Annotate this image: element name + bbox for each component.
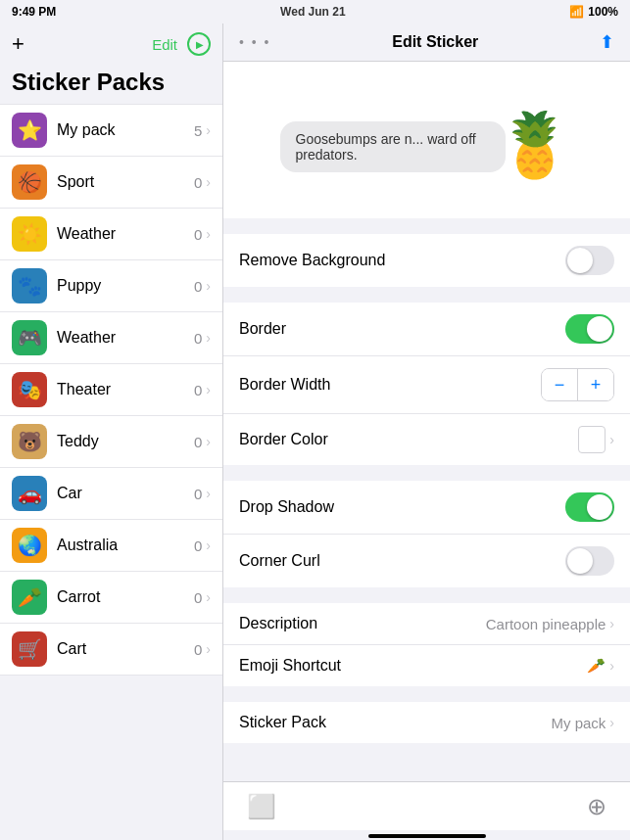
list-item[interactable]: 🛒Cart0› — [0, 624, 222, 676]
remove-background-toggle[interactable] — [565, 246, 614, 275]
status-date: Wed Jun 21 — [280, 5, 345, 19]
pack-count: 0 — [194, 330, 202, 347]
pack-count: 5 — [194, 122, 202, 139]
pack-icon: 🎭 — [12, 372, 47, 407]
share-icon[interactable]: ⬆ — [600, 31, 614, 53]
toggle-thumb — [587, 494, 612, 520]
status-time: 9:49 PM — [12, 5, 56, 19]
sticker-pack-row[interactable]: Sticker Pack My pack › — [223, 702, 630, 743]
pack-icon: ☀️ — [12, 216, 47, 252]
add-pack-button[interactable]: + — [12, 31, 24, 57]
description-chevron: › — [609, 616, 614, 631]
pack-chevron: › — [206, 641, 211, 657]
emoji-shortcut-label: Emoji Shortcut — [239, 657, 587, 675]
pack-name: Puppy — [57, 277, 194, 295]
pack-icon: 🐾 — [12, 268, 47, 303]
sidebar: + Edit Sticker Packs ⭐My pack5›🏀Sport0›☀… — [0, 23, 223, 840]
pack-icon: 🎮 — [12, 320, 47, 355]
list-item[interactable]: 🐾Puppy0› — [0, 260, 222, 312]
pack-icon: 🏀 — [12, 164, 47, 200]
list-item[interactable]: 🐻Teddy0› — [0, 416, 222, 468]
sticker-pack-value: My pack — [551, 715, 606, 731]
emoji-shortcut-chevron: › — [609, 658, 614, 674]
drop-shadow-label: Drop Shadow — [239, 498, 565, 516]
pack-name: Carrot — [57, 588, 194, 606]
sticker-caption: Goosebumps are n... ward off predators. — [296, 131, 476, 163]
battery-label: 100% — [588, 5, 618, 19]
corner-curl-toggle[interactable] — [565, 546, 614, 576]
pack-name: Weather — [57, 225, 194, 243]
pack-count: 0 — [194, 486, 202, 502]
section-remove-bg: Remove Background — [223, 234, 630, 287]
list-item[interactable]: 🥕Carrot0› — [0, 572, 222, 624]
sidebar-actions: Edit — [152, 32, 211, 56]
toggle-thumb — [567, 548, 593, 574]
main-layout: + Edit Sticker Packs ⭐My pack5›🏀Sport0›☀… — [0, 23, 630, 840]
sidebar-header: + Edit — [0, 23, 222, 65]
bottom-right-icon[interactable]: ⊕ — [587, 793, 606, 820]
list-item[interactable]: ⭐My pack5› — [0, 104, 222, 157]
pack-chevron: › — [206, 226, 211, 242]
sidebar-list: ⭐My pack5›🏀Sport0›☀️Weather0›🐾Puppy0›🎮We… — [0, 104, 222, 840]
list-item[interactable]: 🎭Theater0› — [0, 364, 222, 416]
border-row: Border — [223, 303, 630, 356]
list-item[interactable]: 🚗Car0› — [0, 468, 222, 520]
list-item[interactable]: 🌏Australia0› — [0, 520, 222, 572]
border-width-label: Border Width — [239, 376, 541, 394]
play-button[interactable] — [187, 32, 211, 56]
pack-name: Weather — [57, 329, 194, 347]
stepper-plus-button[interactable]: + — [578, 369, 613, 400]
stepper-minus-button[interactable]: − — [542, 369, 577, 400]
bottom-left-icon[interactable]: ⬜ — [247, 793, 276, 820]
sticker-preview: Goosebumps are n... ward off predators. … — [223, 62, 630, 218]
pack-icon: 🌏 — [12, 528, 47, 563]
list-item[interactable]: 🎮Weather0› — [0, 312, 222, 364]
pack-chevron: › — [206, 382, 211, 397]
pack-name: Teddy — [57, 433, 194, 450]
emoji-shortcut-row[interactable]: Emoji Shortcut 🥕 › — [223, 645, 630, 686]
border-label: Border — [239, 320, 565, 338]
list-item[interactable]: ☀️Weather0› — [0, 209, 222, 260]
pack-count: 0 — [194, 589, 202, 606]
section-border: Border Border Width − + Border Color — [223, 303, 630, 465]
border-color-label: Border Color — [239, 431, 578, 448]
border-toggle[interactable] — [565, 314, 614, 344]
list-item[interactable]: 🏀Sport0› — [0, 157, 222, 209]
pack-chevron: › — [206, 434, 211, 449]
home-indicator — [368, 834, 486, 838]
settings-container: Remove Background Border Border Width — [223, 218, 630, 781]
pack-name: Car — [57, 485, 194, 502]
drop-shadow-toggle[interactable] — [565, 492, 614, 522]
sticker-pack-chevron: › — [609, 715, 614, 730]
right-panel: • • • Edit Sticker ⬆ Goosebumps are n...… — [223, 23, 630, 840]
wifi-icon: 📶 — [569, 5, 584, 19]
description-label: Description — [239, 615, 486, 632]
speech-bubble: Goosebumps are n... ward off predators. — [280, 121, 506, 172]
border-color-swatch[interactable] — [578, 426, 606, 453]
right-header: • • • Edit Sticker ⬆ — [223, 23, 630, 62]
pack-icon: 🛒 — [12, 631, 47, 667]
drop-shadow-row: Drop Shadow — [223, 481, 630, 535]
border-color-row[interactable]: Border Color › — [223, 414, 630, 465]
section-shadow: Drop Shadow Corner Curl — [223, 481, 630, 587]
description-row[interactable]: Description Cartoon pineapple › — [223, 603, 630, 645]
remove-bg-label: Remove Background — [239, 252, 565, 269]
pack-name: Sport — [57, 173, 194, 191]
border-width-stepper[interactable]: − + — [541, 368, 614, 401]
status-right: 📶 100% — [569, 5, 618, 19]
description-value: Cartoon pineapple — [486, 616, 606, 632]
corner-curl-label: Corner Curl — [239, 552, 565, 570]
sidebar-title: Sticker Packs — [0, 65, 222, 104]
edit-button[interactable]: Edit — [152, 36, 177, 53]
toggle-thumb — [567, 248, 593, 273]
section-description: Description Cartoon pineapple › Emoji Sh… — [223, 603, 630, 686]
bottom-toolbar: ⬜ ⊕ — [223, 781, 630, 830]
pack-icon: 🚗 — [12, 476, 47, 511]
panel-title: Edit Sticker — [392, 33, 478, 51]
pack-chevron: › — [206, 537, 211, 553]
remove-background-row: Remove Background — [223, 234, 630, 287]
section-sticker-pack: Sticker Pack My pack › — [223, 702, 630, 743]
pack-chevron: › — [206, 278, 211, 294]
emoji-shortcut-value: 🥕 — [587, 657, 606, 675]
pack-name: Theater — [57, 381, 194, 398]
